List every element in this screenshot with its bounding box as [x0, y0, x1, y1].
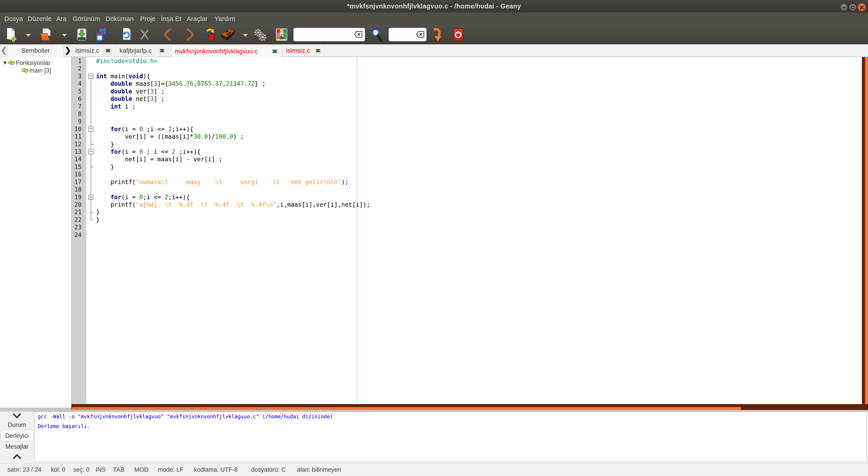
sidebar-header-tab[interactable]: Semboller — [7, 45, 64, 57]
save-icon[interactable] — [76, 28, 87, 41]
status-bar: satır: 23 / 24kol: 0seç: 0INSTABMODmode:… — [0, 463, 868, 476]
compiler-message: gcc -Wall -o "mvkfsnjvnknvonhfjlvklagvuo… — [38, 412, 866, 421]
status-item: satır: 23 / 24 — [7, 466, 41, 473]
tab-mvkfsnjvnknvonhfjlvklagvuo.c[interactable]: mvkfsnjvnknvonhfjlvklagvuo.c — [171, 45, 281, 57]
fold-collapse-icon[interactable] — [88, 149, 93, 154]
line-number: 12 — [71, 141, 86, 148]
tab-strip: ❮ Semboller ❯ isimsiz.ckafjbıjaıfp.cmvkf… — [0, 44, 868, 57]
menu-i-n-a-et[interactable]: İnşa Et — [161, 15, 181, 23]
window-title: *mvkfsnjvnknvonhfjlvklagvuo.c - /home/hu… — [0, 2, 868, 10]
panel-tab-derleyici[interactable]: Derleyici — [0, 433, 34, 439]
clear-search-icon[interactable] — [354, 31, 362, 38]
tab-isimsiz.c[interactable]: isimsiz.c — [282, 45, 324, 57]
menu-d-k-man[interactable]: Döküman — [105, 15, 133, 23]
save-all-icon[interactable] — [96, 27, 106, 42]
symbols-scroll-left[interactable]: ❮ — [1, 46, 7, 55]
line-number: 20 — [71, 201, 86, 208]
tab-close-icon[interactable] — [105, 48, 111, 53]
menu-dosya[interactable]: Dosya — [4, 15, 23, 23]
vertical-scrollbar-thumb[interactable] — [865, 57, 868, 404]
tab-close-icon[interactable] — [272, 49, 278, 54]
compile-icon[interactable] — [204, 28, 215, 41]
line-number: 13 — [71, 148, 86, 155]
preferences-icon[interactable] — [253, 28, 267, 41]
close-button[interactable] — [858, 3, 866, 11]
tab-kafjbıjaıfp.c[interactable]: kafjbıjaıfp.c — [116, 45, 168, 57]
tab-close-icon[interactable] — [159, 48, 165, 53]
line-number: 11 — [71, 133, 86, 140]
compiler-output: gcc -Wall -o "mvkfsnjvnknvonhfjlvklagvuo… — [34, 412, 867, 462]
code-line-5: double ver[3] ; — [96, 88, 370, 95]
revert-icon[interactable] — [121, 28, 131, 41]
symbol-class-icon — [8, 59, 15, 66]
fold-margin[interactable] — [86, 57, 96, 404]
code-line-18 — [96, 186, 370, 193]
menu-yard-m[interactable]: Yardım — [215, 15, 235, 23]
minimize-button[interactable] — [840, 4, 847, 11]
line-number: 16 — [71, 171, 86, 178]
panel-tab-durum[interactable]: Durum — [0, 421, 34, 428]
tree-item-main[interactable]: main [3] — [29, 67, 51, 74]
menu-ara-lar[interactable]: Araçlar — [187, 15, 208, 23]
clear-goto-icon[interactable] — [416, 31, 424, 38]
code-line-22: } — [96, 216, 370, 224]
notebook-border-line — [0, 57, 868, 57]
code-line-1: #include<stdio.h> — [96, 57, 370, 65]
line-number: 7 — [71, 103, 86, 110]
code-text[interactable]: #include<stdio.h>int main(void){ double … — [96, 57, 370, 239]
menu-d-zenle[interactable]: Düzenle — [28, 15, 52, 23]
line-number: 15 — [71, 163, 86, 171]
horizontal-scrollbar[interactable] — [71, 404, 868, 410]
forward-icon[interactable] — [185, 29, 195, 41]
fold-end-marker — [91, 212, 94, 213]
symbols-scroll-right[interactable]: ❯ — [65, 46, 71, 55]
vertical-scrollbar[interactable] — [862, 57, 868, 404]
tree-expander-icon[interactable]: ▼ — [2, 60, 8, 66]
status-item: kol: 0 — [51, 466, 66, 473]
line-number: 6 — [71, 95, 86, 102]
code-editor[interactable]: 123456789101112131415161718192021222324 … — [71, 57, 862, 404]
search-icon[interactable] — [370, 28, 382, 42]
build-dropdown[interactable] — [243, 34, 248, 37]
status-item: mode: LF — [158, 466, 184, 473]
panel-tab-mesajlar[interactable]: Mesajlar — [0, 443, 34, 450]
goto-line-entry[interactable] — [388, 27, 427, 42]
fold-collapse-icon[interactable] — [88, 74, 93, 79]
tree-item-fonksiyonlar[interactable]: Fonksiyonlar — [16, 59, 51, 66]
panel-scroll-down-icon[interactable] — [12, 454, 22, 459]
panel-splitter[interactable] — [0, 410, 868, 412]
close-file-icon[interactable] — [140, 28, 150, 41]
open-file-icon[interactable] — [40, 28, 51, 41]
code-line-9 — [96, 118, 370, 125]
line-number: 2 — [71, 65, 86, 72]
status-item: MOD — [134, 466, 149, 473]
menu-ara[interactable]: Ara — [56, 15, 66, 23]
tab-isimsiz.c[interactable]: isimsiz.c — [71, 45, 115, 57]
fold-collapse-icon[interactable] — [88, 195, 93, 200]
search-entry[interactable] — [293, 27, 366, 42]
fold-collapse-icon[interactable] — [88, 127, 93, 131]
back-icon[interactable] — [163, 29, 172, 41]
menu-g-r-n-m[interactable]: Görünüm — [72, 15, 100, 23]
open-file-dropdown[interactable] — [62, 34, 67, 37]
quit-icon[interactable] — [453, 28, 463, 41]
symbols-sidebar: ▼ Fonksiyonlar main [3] — [0, 57, 71, 410]
build-icon[interactable] — [220, 28, 235, 42]
code-line-7: int i ; — [96, 103, 370, 110]
maximize-button[interactable] — [849, 4, 856, 11]
color-chooser-icon[interactable] — [276, 28, 288, 41]
line-number: 8 — [71, 110, 86, 118]
tab-label: kafjbıjaıfp.c — [120, 47, 152, 54]
horizontal-scrollbar-thumb[interactable] — [72, 407, 741, 410]
close-icon — [858, 4, 866, 11]
code-line-3: int main(void){ — [96, 72, 370, 80]
tab-close-icon[interactable] — [315, 48, 321, 53]
new-file-icon[interactable] — [6, 28, 16, 41]
status-item: dosyatürü: C — [251, 466, 286, 473]
new-file-dropdown[interactable] — [26, 34, 31, 37]
code-line-15: } — [96, 163, 370, 171]
line-number-gutter: 123456789101112131415161718192021222324 — [71, 57, 86, 404]
goto-line-icon[interactable] — [432, 28, 442, 42]
menu-proje[interactable]: Proje — [140, 15, 156, 23]
panel-scroll-up-icon[interactable] — [12, 413, 22, 418]
